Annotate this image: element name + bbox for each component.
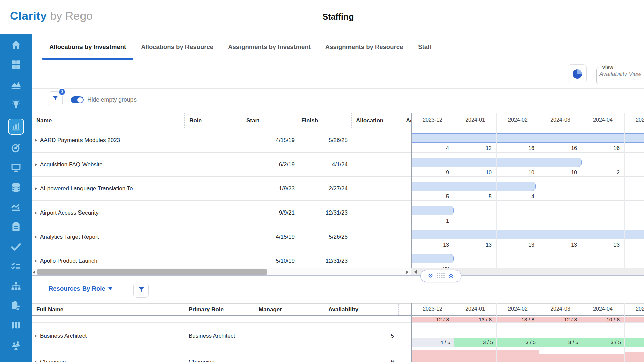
allocation-bar[interactable] [411,206,454,215]
hide-empty-groups-toggle[interactable] [71,96,84,103]
availability-cell[interactable] [624,352,644,362]
group-by-dropdown[interactable]: Resources By Role [49,285,112,292]
sidebar-item-boards[interactable] [8,301,24,313]
availability-cell[interactable]: 3 / 5 [454,338,496,347]
collapse-up-icon[interactable] [448,273,454,280]
target-icon [10,142,22,155]
month-label: 2024-02 [496,117,539,123]
chart-view-button[interactable] [568,64,587,83]
tab-label: Assignments by Investment [228,43,311,51]
filter-button[interactable]: 3 [48,91,63,106]
sidebar-item-maps[interactable] [8,320,24,333]
availability-gantt-row [411,349,644,362]
column-header-availability[interactable]: Availability [324,304,399,315]
month-label: 2024-01 [454,306,496,312]
sidebar-item-trends[interactable] [8,202,24,214]
scrollbar-thumb[interactable] [37,269,267,275]
column-header-role[interactable]: Role [185,113,242,128]
scroll-left-icon[interactable] [414,270,417,274]
expand-arrow-icon[interactable] [35,187,37,190]
allocation-bar[interactable] [411,133,644,143]
investment-row[interactable]: Apollo Product Launch 5/10/19 12/31/23 2… [32,249,644,268]
resource-row[interactable]: Business Architect Business Architect 5 … [32,322,644,349]
month-label: 2024-05 [624,306,644,312]
sidebar-item-apps[interactable] [8,59,24,71]
tab-staff[interactable]: Staff [411,34,439,60]
sidebar-item-data[interactable] [8,182,24,194]
availability-cell[interactable]: 3 / 5 [539,338,582,347]
availability-cell[interactable] [496,350,539,362]
expand-arrow-icon[interactable] [35,235,37,239]
investment-row[interactable]: Airport Access Security 9/9/21 12/31/23 … [32,201,644,225]
sidebar-item-reports-active[interactable] [8,119,24,135]
availability-cell[interactable] [454,350,496,362]
investment-name: Analytics Target Report [40,225,228,249]
sidebar-item-goals[interactable] [8,142,24,155]
availability-cell[interactable]: 3 / 5 [582,338,624,347]
availability-gantt-row: 4 / 5 3 / 5 3 / 5 3 / 5 3 / 5 [411,323,644,349]
pane-splitter[interactable] [420,270,461,282]
sidebar-item-checklists[interactable] [8,261,24,273]
investment-row[interactable]: AI-powered Language Translation To... 1/… [32,177,644,201]
sidebar-item-resource-balancing[interactable] [8,340,24,352]
start-date: 6/2/19 [240,153,295,177]
pane-divider[interactable] [411,113,412,268]
horizontal-scrollbar-left[interactable] [32,268,411,276]
expand-arrow-icon[interactable] [35,211,37,215]
investment-row[interactable]: Analytics Target Report 4/15/19 5/26/25 … [32,225,644,249]
sidebar-item-tasks[interactable] [8,241,24,253]
view-select[interactable]: View Availability View [596,64,644,84]
start-date: 1/9/23 [240,177,295,201]
expand-arrow-icon[interactable] [35,259,37,263]
availability-cell[interactable] [582,354,624,362]
resource-availability: 5 [327,323,394,349]
column-header-allocation[interactable]: Allocation [352,113,401,128]
availability-cell[interactable]: 4 / 5 [411,338,454,347]
investment-row[interactable]: Acquisition FAQ Website 6/2/19 4/1/24 9 … [32,153,644,177]
investment-name: Apollo Product Launch [40,249,228,268]
allocation-bar[interactable] [411,254,454,263]
resources-filter-button[interactable] [133,283,149,298]
expand-arrow-icon[interactable] [35,139,37,142]
allocation-bar[interactable] [411,230,644,239]
availability-cell[interactable] [539,354,582,362]
sidebar-item-presentations[interactable] [8,162,24,174]
column-header-full-name[interactable]: Full Name [32,304,184,315]
availability-cell[interactable] [411,350,454,362]
availability-cell[interactable]: 3 / 5 [496,338,539,347]
sidebar-item-ideas[interactable] [8,99,24,111]
finish-date: 5/26/25 [296,128,348,153]
scroll-right-icon[interactable] [406,270,408,274]
availability-cell[interactable] [624,338,644,347]
tab-assignments-by-investment[interactable]: Assignments by Investment [221,34,318,60]
expand-arrow-icon[interactable] [35,163,37,166]
pane-divider-bottom[interactable] [411,303,412,362]
allocation-bar[interactable] [411,182,536,191]
resource-row[interactable]: Champion Champion 6 [32,349,644,362]
column-header-primary-role[interactable]: Primary Role [184,304,254,315]
column-header-actuals[interactable]: Ac [401,113,411,128]
sidebar-item-home[interactable] [8,40,24,52]
expand-arrow-icon[interactable] [35,334,37,338]
apps-grid-icon [10,59,22,72]
gantt-row: 4 12 16 16 16 [411,128,644,153]
investment-row[interactable]: AARD Payments Modules 2023 4/15/19 5/26/… [32,128,644,153]
allocation-bar[interactable] [411,158,582,167]
month-label: 2024-04 [582,117,624,123]
column-header-name[interactable]: Name [32,113,185,128]
sidebar-item-hierarchy[interactable] [8,281,24,293]
tab-allocations-by-investment[interactable]: Allocations by Investment [42,34,133,60]
drag-handle-icon[interactable] [436,272,445,280]
tab-allocations-by-resource[interactable]: Allocations by Resource [133,34,221,60]
column-header-start[interactable]: Start [242,113,297,128]
collapse-down-icon[interactable] [428,273,433,280]
tab-assignments-by-resource[interactable]: Assignments by Resource [318,34,411,60]
sidebar-item-analytics[interactable] [8,79,24,91]
column-header-manager[interactable]: Manager [254,304,324,315]
sidebar-item-plans[interactable] [8,222,24,234]
column-header-finish[interactable]: Finish [297,113,352,128]
expand-arrow-icon[interactable] [35,360,37,362]
trend-check-icon [10,201,22,214]
scroll-left-icon[interactable] [33,270,35,274]
funnel-icon [138,286,145,295]
